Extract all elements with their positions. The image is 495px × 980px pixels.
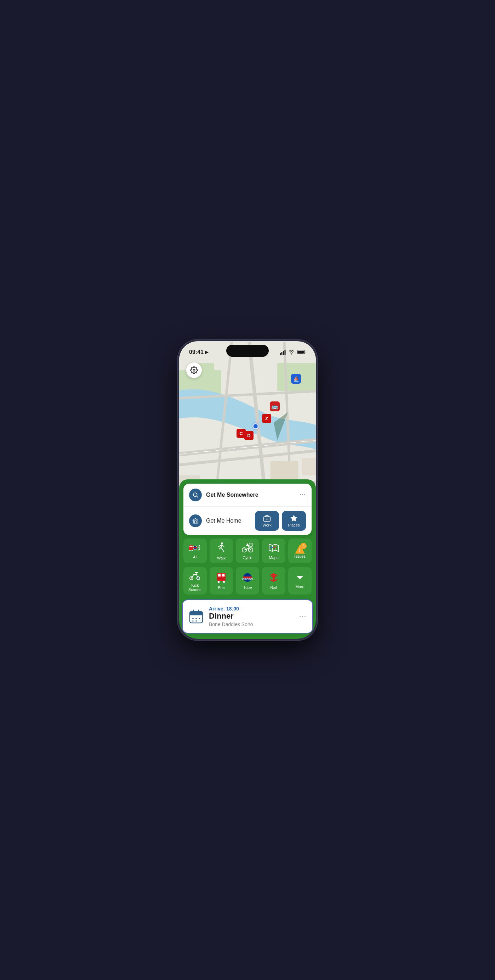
- svg-rect-26: [191, 546, 192, 547]
- issues-label: Issues: [294, 554, 306, 558]
- walk-transport-button[interactable]: Walk: [209, 539, 233, 563]
- z-pin: Z: [262, 414, 271, 423]
- issues-icon-wrap: ! 3: [295, 544, 305, 554]
- all-icon: [189, 544, 201, 554]
- svg-point-48: [198, 578, 199, 579]
- phone-frame: 09:41 ▶: [178, 340, 317, 640]
- calendar-event-subtitle: Bone Daddies Soho: [209, 622, 294, 627]
- work-button[interactable]: Work: [255, 511, 279, 531]
- svg-rect-50: [218, 574, 221, 576]
- bus-label: Bus: [218, 585, 225, 590]
- rail-label: Rail: [271, 585, 277, 590]
- transport-grid-row1: All Walk: [179, 535, 316, 567]
- walk-icon: [216, 542, 226, 554]
- places-button[interactable]: Places: [282, 511, 306, 531]
- svg-rect-30: [194, 547, 197, 549]
- scooter-icon: [189, 570, 201, 582]
- all-label: All: [193, 555, 197, 559]
- home-icon-circle: [189, 514, 202, 527]
- transport-grid-row2: Kick Scooter Bus: [179, 567, 316, 598]
- rail-icon: [268, 573, 279, 584]
- work-label: Work: [262, 523, 271, 527]
- issues-transport-button[interactable]: ! 3 Issues: [288, 539, 312, 563]
- svg-point-39: [247, 544, 248, 545]
- svg-point-17: [252, 422, 260, 430]
- search-more-dots[interactable]: ···: [300, 492, 306, 499]
- svg-rect-52: [217, 578, 225, 580]
- svg-rect-5: [297, 351, 304, 353]
- home-row[interactable]: Get Me Home Work: [183, 507, 312, 535]
- star-icon: [290, 514, 298, 522]
- svg-rect-11: [301, 458, 316, 475]
- svg-point-28: [192, 550, 193, 551]
- tube-label: Tube: [243, 585, 252, 590]
- settings-button[interactable]: [186, 363, 202, 378]
- search-icon-circle: [189, 488, 202, 501]
- status-time: 09:41 ▶: [189, 349, 208, 355]
- signal-icon: [280, 350, 286, 355]
- bus-pin: 🚌: [270, 401, 280, 411]
- status-icons: [280, 350, 306, 355]
- search-placeholder: Get Me Somewhere: [206, 492, 300, 498]
- calendar-arrive-time: Arrive: 18:00: [209, 606, 294, 611]
- svg-rect-3: [285, 350, 286, 355]
- svg-point-66: [198, 618, 200, 619]
- svg-rect-25: [189, 546, 190, 547]
- bus-icon: [216, 572, 226, 584]
- issues-badge: 3: [300, 543, 307, 549]
- svg-point-53: [218, 581, 220, 583]
- calendar-more-dots[interactable]: ···: [299, 613, 307, 620]
- location-icon: ▶: [205, 350, 208, 355]
- calendar-icon: [188, 609, 204, 624]
- svg-rect-0: [280, 353, 281, 355]
- svg-point-31: [198, 545, 200, 546]
- calendar-event-title: Dinner: [209, 611, 294, 621]
- svg-marker-23: [291, 515, 297, 521]
- maps-transport-button[interactable]: Maps: [262, 539, 286, 563]
- maps-icon: [268, 543, 279, 554]
- calendar-info: Arrive: 18:00 Dinner Bone Daddies Soho: [209, 606, 294, 627]
- svg-point-68: [195, 620, 197, 622]
- more-label: More: [295, 585, 304, 589]
- svg-point-54: [223, 581, 225, 583]
- svg-text:!: !: [299, 547, 301, 553]
- search-row[interactable]: Get Me Somewhere ···: [183, 484, 312, 507]
- svg-rect-1: [281, 352, 282, 355]
- boat-pin: ⛵: [291, 374, 301, 384]
- svg-rect-61: [190, 613, 203, 615]
- quick-buttons: Work Places: [255, 511, 306, 531]
- scooter-transport-button[interactable]: Kick Scooter: [183, 567, 207, 595]
- battery-icon: [297, 350, 306, 355]
- wifi-icon: [288, 350, 295, 355]
- svg-point-67: [192, 620, 194, 622]
- svg-point-64: [192, 618, 194, 619]
- walk-label: Walk: [217, 556, 225, 560]
- d-pin: D: [244, 431, 254, 440]
- maps-label: Maps: [269, 555, 279, 560]
- svg-line-35: [199, 549, 200, 550]
- cycle-transport-button[interactable]: Cycle: [236, 539, 259, 563]
- places-label: Places: [288, 523, 300, 527]
- svg-point-18: [193, 369, 195, 371]
- svg-rect-51: [222, 574, 224, 576]
- bus-transport-button[interactable]: Bus: [209, 567, 233, 595]
- more-transport-button[interactable]: More: [288, 567, 312, 595]
- svg-rect-2: [283, 351, 284, 355]
- more-icon: [295, 573, 305, 583]
- svg-text:UNDERGROUND: UNDERGROUND: [242, 578, 253, 581]
- dynamic-island: [226, 345, 269, 357]
- time-display: 09:41: [189, 349, 204, 355]
- calendar-card[interactable]: Arrive: 18:00 Dinner Bone Daddies Soho ·…: [182, 600, 313, 633]
- bottom-panel: Get Me Somewhere ··· Get Me Home: [179, 479, 316, 639]
- svg-point-27: [189, 550, 190, 551]
- tube-transport-button[interactable]: UNDERGROUND Tube: [236, 567, 259, 595]
- briefcase-icon: [263, 514, 271, 522]
- cycle-icon: [242, 543, 253, 554]
- all-transport-button[interactable]: All: [183, 539, 207, 563]
- search-container: Get Me Somewhere ··· Get Me Home: [183, 484, 312, 535]
- scooter-label: Kick Scooter: [185, 583, 205, 592]
- cycle-label: Cycle: [243, 555, 252, 560]
- rail-transport-button[interactable]: Rail: [262, 567, 286, 595]
- badge-count: 3: [302, 544, 305, 548]
- home-label: Get Me Home: [206, 518, 255, 524]
